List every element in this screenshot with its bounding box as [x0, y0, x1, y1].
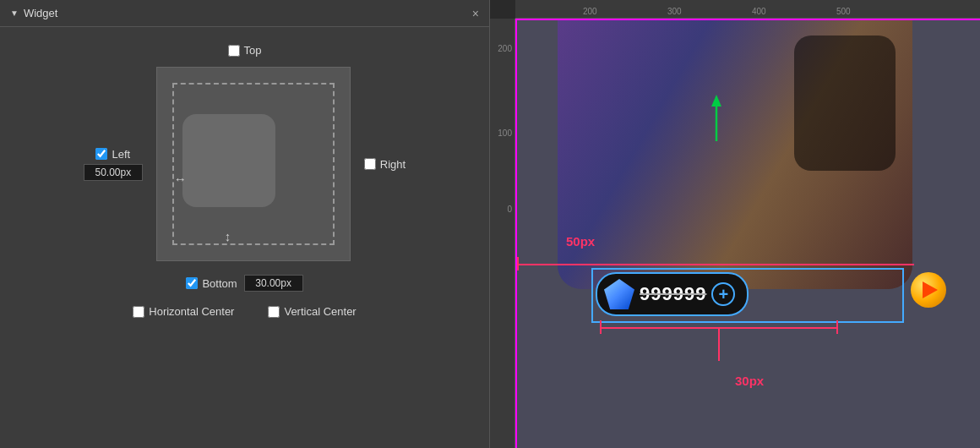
vertical-center-label[interactable]: Vertical Center — [268, 305, 356, 318]
dim-tick-left — [517, 257, 519, 270]
dim-tick-bottom-v — [718, 327, 720, 361]
diagram-widget-preview — [182, 114, 275, 207]
left-control: Left — [84, 148, 143, 181]
plus-circle-icon[interactable]: + — [711, 282, 735, 306]
gold-coin-button[interactable] — [911, 272, 946, 308]
ruler-mark-v-0: 0 — [507, 205, 512, 214]
ruler-mark-v-200: 200 — [498, 44, 512, 53]
phone-inner — [794, 36, 896, 171]
panel-title: Widget — [24, 7, 57, 19]
left-value-input[interactable] — [84, 164, 143, 181]
green-arrow-icon — [710, 95, 723, 145]
arrow-vertical-icon: ↕ — [225, 229, 231, 243]
phone-screen — [558, 19, 912, 289]
left-checkbox[interactable] — [95, 148, 107, 160]
panel-header: ▼ Widget × — [0, 0, 489, 27]
bottom-checkbox[interactable] — [186, 277, 198, 289]
horizontal-center-text: Horizontal Center — [149, 305, 234, 318]
close-button[interactable]: × — [472, 8, 479, 19]
dim-label-50px: 50px — [566, 234, 595, 249]
alignment-diagram: ↔ ↕ — [156, 67, 351, 261]
panel-title-row: ▼ Widget — [10, 7, 57, 19]
ruler-mark-300: 300 — [667, 7, 682, 16]
ruler-top: 200 300 400 500 — [515, 0, 980, 19]
canvas-area[interactable]: 50px 999999 + 30px — [515, 19, 980, 448]
top-checkbox[interactable] — [228, 45, 240, 57]
panel-body: Top Left ↔ ↕ — [0, 27, 489, 335]
magenta-left-border — [515, 19, 517, 448]
dim-tick-bottom-right — [836, 320, 838, 334]
dim-tick-bottom-left — [600, 320, 602, 334]
horizontal-center-label[interactable]: Horizontal Center — [133, 305, 234, 318]
horizontal-center-checkbox[interactable] — [133, 306, 144, 318]
middle-row: Left ↔ ↕ Right — [84, 67, 406, 261]
arrow-horizontal-icon: ↔ — [174, 172, 187, 186]
right-checkbox-label[interactable]: Right — [364, 158, 406, 171]
top-label: Top — [244, 44, 262, 57]
bottom-label: Bottom — [202, 277, 237, 290]
right-control: Right — [364, 158, 406, 171]
bottom-row: Bottom — [186, 275, 302, 292]
ruler-left: 200 100 0 — [490, 19, 515, 448]
left-label: Left — [112, 148, 130, 161]
dim-label-30px: 30px — [735, 374, 764, 388]
bottom-value-input[interactable] — [244, 275, 303, 292]
game-widget[interactable]: 999999 + — [596, 272, 749, 316]
hv-center-row: Horizontal Center Vertical Center — [133, 305, 356, 318]
widget-panel: ▼ Widget × Top Left — [0, 0, 490, 448]
left-checkbox-label[interactable]: Left — [95, 148, 130, 161]
coin-text: 999999 — [640, 283, 706, 305]
ruler-mark-200: 200 — [583, 7, 597, 16]
diamond-icon — [604, 279, 634, 309]
top-checkbox-label[interactable]: Top — [228, 44, 262, 57]
ruler-mark-400: 400 — [752, 7, 766, 16]
bottom-checkbox-label[interactable]: Bottom — [186, 277, 237, 290]
collapse-icon[interactable]: ▼ — [10, 8, 19, 18]
svg-marker-1 — [711, 95, 721, 107]
top-row: Top — [228, 44, 262, 57]
canvas-panel: 200 300 400 500 200 100 0 50px — [490, 0, 980, 448]
ruler-mark-v-100: 100 — [498, 128, 512, 138]
ruler-mark-500: 500 — [836, 7, 851, 16]
play-icon — [923, 281, 938, 298]
vertical-center-text: Vertical Center — [284, 305, 356, 318]
right-checkbox[interactable] — [364, 158, 376, 170]
magenta-top-border — [515, 19, 980, 20]
vertical-center-checkbox[interactable] — [268, 306, 280, 318]
dim-line-top-h — [517, 264, 914, 265]
right-label: Right — [380, 158, 406, 171]
